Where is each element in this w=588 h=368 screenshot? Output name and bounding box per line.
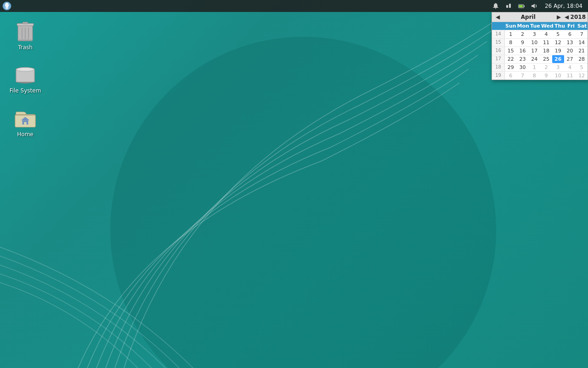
- calendar-day[interactable]: 9: [540, 72, 552, 80]
- calendar-day[interactable]: 16: [517, 47, 529, 55]
- svg-marker-10: [531, 4, 535, 8]
- calendar-day[interactable]: 12: [576, 72, 588, 80]
- prev-month-button[interactable]: ◀: [494, 14, 502, 20]
- calendar-day[interactable]: 1: [528, 63, 540, 71]
- calendar-day[interactable]: 20: [564, 47, 576, 55]
- day-header-tue: Tue: [530, 22, 541, 30]
- svg-point-0: [110, 37, 496, 368]
- desktop-icons-area: Trash File System: [0, 14, 51, 144]
- trash-label: Trash: [18, 44, 33, 51]
- trash-icon-image: [14, 20, 36, 42]
- calendar-day[interactable]: 8: [505, 39, 517, 46]
- day-header-fri: Fri: [565, 22, 577, 30]
- calendar-day[interactable]: 24: [528, 55, 540, 63]
- calendar-day[interactable]: 2: [517, 30, 529, 38]
- calendar-day[interactable]: 10: [528, 39, 540, 46]
- calendar-day[interactable]: 17: [528, 47, 540, 55]
- calendar-day[interactable]: 30: [517, 63, 529, 71]
- calendar-day[interactable]: 29: [505, 63, 517, 71]
- svg-rect-4: [495, 8, 496, 9]
- calendar-day[interactable]: 19: [552, 47, 564, 55]
- svg-rect-22: [17, 70, 34, 81]
- calendar-week-3: 1722232425262728: [492, 55, 588, 63]
- calendar-day[interactable]: 14: [576, 39, 588, 46]
- svg-rect-16: [23, 22, 28, 24]
- calendar-day[interactable]: 7: [517, 72, 529, 80]
- battery-icon[interactable]: [516, 1, 526, 11]
- day-header-mon: Mon: [517, 22, 530, 30]
- week-number: 19: [492, 72, 505, 80]
- calendar-week-5: 196789101112: [492, 72, 588, 80]
- week-number: 14: [492, 30, 505, 38]
- calendar-day[interactable]: 3: [552, 63, 564, 71]
- svg-rect-8: [524, 6, 525, 7]
- calendar-day[interactable]: 3: [528, 30, 540, 38]
- calendar-day[interactable]: 9: [517, 39, 529, 46]
- datetime-display[interactable]: 26 Apr, 18:04: [542, 3, 585, 9]
- svg-rect-9: [519, 5, 523, 7]
- calendar-day[interactable]: 5: [552, 30, 564, 38]
- calendar-day[interactable]: 26: [552, 55, 564, 63]
- filesystem-label: File System: [10, 87, 41, 94]
- week-number: 15: [492, 39, 505, 46]
- calendar-day[interactable]: 7: [576, 30, 588, 38]
- calendar-popup: ◀ April ▶ ◀ 2018 Sun Mon Tue Wed Thu Fri…: [492, 12, 588, 80]
- network-icon[interactable]: [503, 1, 514, 11]
- calendar-day[interactable]: 11: [540, 39, 552, 46]
- calendar-day[interactable]: 28: [576, 55, 588, 63]
- calendar-day[interactable]: 6: [564, 30, 576, 38]
- trash-icon-desktop[interactable]: Trash: [5, 18, 46, 52]
- calendar-day[interactable]: 23: [517, 55, 529, 63]
- calendar-day[interactable]: 2: [540, 63, 552, 71]
- desktop: 26 Apr, 18:04: [0, 0, 588, 368]
- notification-icon[interactable]: [491, 1, 501, 11]
- calendar-day[interactable]: 27: [564, 55, 576, 63]
- home-icon-desktop[interactable]: Home: [5, 105, 46, 139]
- svg-rect-6: [509, 4, 511, 8]
- prev-year-button[interactable]: ◀: [563, 14, 571, 20]
- calendar-day[interactable]: 22: [505, 55, 517, 63]
- calendar-day[interactable]: 1: [505, 30, 517, 38]
- volume-icon[interactable]: [529, 1, 539, 11]
- calendar-day[interactable]: 5: [576, 63, 588, 71]
- day-header-sat: Sat: [577, 22, 588, 30]
- calendar-week-1: 15891011121314: [492, 39, 588, 47]
- calendar-day[interactable]: 21: [576, 47, 588, 55]
- calendar-day[interactable]: 4: [540, 30, 552, 38]
- calendar-day[interactable]: 6: [505, 72, 517, 80]
- svg-point-3: [6, 6, 8, 9]
- calendar-day[interactable]: 13: [564, 39, 576, 46]
- calendar-year-label: 2018: [571, 14, 586, 20]
- calendar-day[interactable]: 18: [540, 47, 552, 55]
- svg-rect-27: [24, 122, 27, 125]
- calendar-days-header: Sun Mon Tue Wed Thu Fri Sat: [492, 22, 588, 30]
- calendar-day[interactable]: 25: [540, 55, 552, 63]
- week-number: 17: [492, 55, 505, 63]
- calendar-week-2: 1615161718192021: [492, 47, 588, 55]
- day-header-thu: Thu: [554, 22, 565, 30]
- calendar-day[interactable]: 12: [552, 39, 564, 46]
- app-menu-button[interactable]: [2, 1, 12, 11]
- calendar-day[interactable]: 10: [552, 72, 564, 80]
- week-num-header-blank: [492, 22, 505, 30]
- calendar-grid: Sun Mon Tue Wed Thu Fri Sat 141234567158…: [492, 22, 588, 80]
- svg-rect-17: [19, 40, 32, 41]
- calendar-week-4: 18293012345: [492, 63, 588, 72]
- calendar-week-0: 141234567: [492, 30, 588, 39]
- svg-rect-5: [506, 5, 508, 8]
- taskbar: 26 Apr, 18:04: [0, 0, 588, 12]
- home-icon-image: [14, 107, 36, 129]
- filesystem-icon-image: [14, 63, 36, 86]
- calendar-day[interactable]: 15: [505, 47, 517, 55]
- day-header-wed: Wed: [541, 22, 554, 30]
- week-number: 18: [492, 63, 505, 71]
- home-label: Home: [17, 131, 33, 138]
- calendar-day[interactable]: 8: [528, 72, 540, 80]
- day-header-sun: Sun: [505, 22, 517, 30]
- next-month-button[interactable]: ▶: [555, 14, 563, 20]
- filesystem-icon-desktop[interactable]: File System: [5, 62, 46, 96]
- taskbar-right: 26 Apr, 18:04: [491, 1, 588, 11]
- calendar-month-label: April: [502, 14, 555, 20]
- calendar-day[interactable]: 11: [564, 72, 576, 80]
- calendar-day[interactable]: 4: [564, 63, 576, 71]
